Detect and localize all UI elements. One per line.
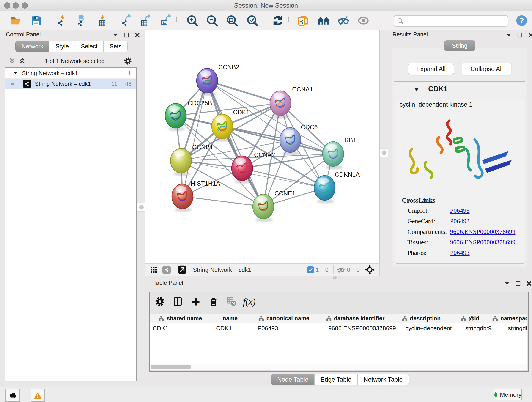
column-header-description[interactable]: description	[393, 314, 450, 323]
network-node-CDKN1A[interactable]	[314, 176, 335, 203]
tab-sets[interactable]: Sets	[103, 41, 128, 52]
network-node-HIST1H1A[interactable]	[172, 184, 193, 212]
tab-node-table[interactable]: Node Table	[271, 374, 315, 385]
column-header-shared-name[interactable]: shared name	[150, 314, 211, 323]
zoom-selected-button[interactable]	[245, 13, 260, 28]
add-column-button[interactable]	[190, 296, 202, 307]
table-cell[interactable]: stringdb	[505, 323, 527, 333]
collapse-all-icon[interactable]	[9, 57, 16, 64]
column-header-canonical-name[interactable]: canonical name	[250, 314, 318, 323]
column-header-database-identifier[interactable]: database identifier	[318, 314, 393, 323]
tab-network[interactable]: Network	[15, 41, 50, 52]
cloud-icon	[8, 391, 17, 400]
panel-collapse-icon[interactable]	[506, 32, 512, 38]
memory-button[interactable]: Memory	[494, 389, 522, 400]
right-splitter-grip[interactable]	[380, 148, 388, 157]
grid-view-icon[interactable]	[150, 266, 158, 274]
table-cell[interactable]: stringdb:9...	[462, 323, 505, 333]
table-horizontal-scrollbar[interactable]	[150, 364, 527, 370]
export-image-button[interactable]	[158, 13, 173, 28]
table-cell[interactable]: CDK1	[213, 323, 255, 333]
import-table-file-button[interactable]	[95, 13, 110, 28]
table-cell[interactable]: CDK1	[150, 323, 213, 333]
crosslink-link[interactable]: P06493	[450, 207, 470, 214]
column-header-name[interactable]: name	[211, 314, 250, 323]
refresh-view-button[interactable]	[271, 13, 285, 28]
zoom-out-button[interactable]	[205, 13, 220, 28]
panel-collapse-icon[interactable]	[504, 281, 510, 287]
table-cell[interactable]: cyclin–dependent ...	[403, 323, 462, 333]
table-settings-button[interactable]	[154, 296, 166, 307]
network-edge-HIST1H1A-CCNE1[interactable]	[182, 196, 263, 206]
import-network-file-button[interactable]	[55, 13, 70, 28]
tree-expander-icon[interactable]	[13, 70, 18, 76]
network-share-icon[interactable]	[162, 266, 171, 274]
toolbar-separator	[177, 13, 177, 28]
panel-collapse-icon[interactable]	[112, 32, 118, 38]
tab-select[interactable]: Select	[75, 41, 104, 52]
string-query-button[interactable]	[316, 13, 331, 28]
gene-section-header[interactable]: CDK1	[394, 82, 525, 98]
show-columns-button[interactable]	[172, 296, 184, 307]
results-tab-string[interactable]: String	[444, 40, 475, 51]
save-session-button[interactable]	[29, 13, 44, 28]
help-button[interactable]	[514, 13, 529, 28]
panel-float-icon[interactable]	[517, 32, 523, 38]
glasses-slash-icon	[337, 14, 350, 27]
collapse-all-button[interactable]: Collapse All	[462, 63, 511, 75]
expand-all-button[interactable]: Expand All	[408, 63, 454, 75]
table-cell[interactable]: P06493	[255, 323, 326, 333]
panel-close-icon[interactable]	[526, 281, 532, 287]
column-header-id[interactable]: @id	[450, 314, 490, 323]
network-node-CCNB2[interactable]	[196, 68, 218, 96]
panel-close-icon[interactable]	[528, 32, 532, 38]
network-node-CCNE1[interactable]	[253, 194, 274, 222]
section-expander-icon[interactable]	[413, 87, 419, 93]
birdseye-view-icon[interactable]	[177, 265, 187, 274]
hide-selected-button[interactable]	[336, 13, 351, 28]
network-canvas[interactable]: CCNB2CCNA1CDC25BCDK1CDC6RB1CCNB1CCNA2CDK…	[145, 30, 380, 264]
clone-network-button[interactable]	[296, 13, 310, 28]
column-header-namespace[interactable]: namespace	[490, 314, 527, 323]
network-options-gear-icon[interactable]	[124, 57, 132, 65]
network-node-CCNB1[interactable]	[171, 148, 191, 176]
bottom-splitter-grip[interactable]	[332, 276, 338, 279]
tab-network-table[interactable]: Network Table	[357, 374, 409, 385]
selected-checkbox-icon[interactable]	[307, 266, 314, 273]
scrollbar-thumb[interactable]	[151, 365, 191, 369]
left-splitter-grip[interactable]	[137, 203, 146, 211]
show-all-button[interactable]	[356, 13, 371, 28]
warnings-button[interactable]	[31, 389, 45, 402]
table-row[interactable]: CDK1CDK1P064939606.ENSP00000378699cyclin…	[150, 323, 527, 333]
delete-column-button[interactable]	[208, 296, 220, 307]
crosshair-icon[interactable]	[365, 265, 375, 275]
network-node-CDC25B[interactable]	[165, 103, 186, 131]
tab-style[interactable]: Style	[49, 41, 75, 52]
network-collection-row[interactable]: String Network – cdk1 1	[6, 68, 136, 79]
expand-all-icon[interactable]	[19, 57, 26, 64]
panel-close-icon[interactable]	[134, 32, 140, 38]
network-node-RB1[interactable]	[323, 142, 344, 169]
panel-float-icon[interactable]	[123, 32, 129, 38]
export-network-button[interactable]	[119, 13, 133, 28]
crosslink-link[interactable]: P06493	[450, 249, 470, 256]
network-edge-CCNB2-CCNA1[interactable]	[207, 81, 280, 103]
export-table-button[interactable]	[139, 13, 153, 28]
open-session-button[interactable]	[9, 13, 23, 28]
network-node-CDC6[interactable]	[280, 128, 301, 155]
table-cell[interactable]: 9606.ENSP00000378699	[326, 323, 403, 333]
panel-float-icon[interactable]	[515, 281, 521, 287]
tab-edge-table[interactable]: Edge Table	[314, 374, 358, 385]
search-input[interactable]	[405, 16, 508, 26]
crosslink-link[interactable]: P06493	[450, 217, 470, 225]
zoom-in-button[interactable]	[185, 13, 200, 28]
search-field[interactable]	[394, 15, 508, 27]
network-row[interactable]: String Network – cdk1 11 48	[6, 79, 136, 89]
network-edge-CCNB2-CCNE1[interactable]	[207, 81, 263, 206]
fit-content-button[interactable]	[225, 13, 239, 28]
crosslink-link[interactable]: 9606.ENSP00000378699	[450, 228, 515, 235]
network-edge-CCNB2-HIST1H1A[interactable]	[182, 81, 207, 196]
crosslink-link[interactable]: 9606.ENSP00000378699	[450, 239, 515, 246]
cloud-status-button[interactable]	[6, 389, 20, 402]
import-network-database-button[interactable]	[74, 13, 89, 28]
